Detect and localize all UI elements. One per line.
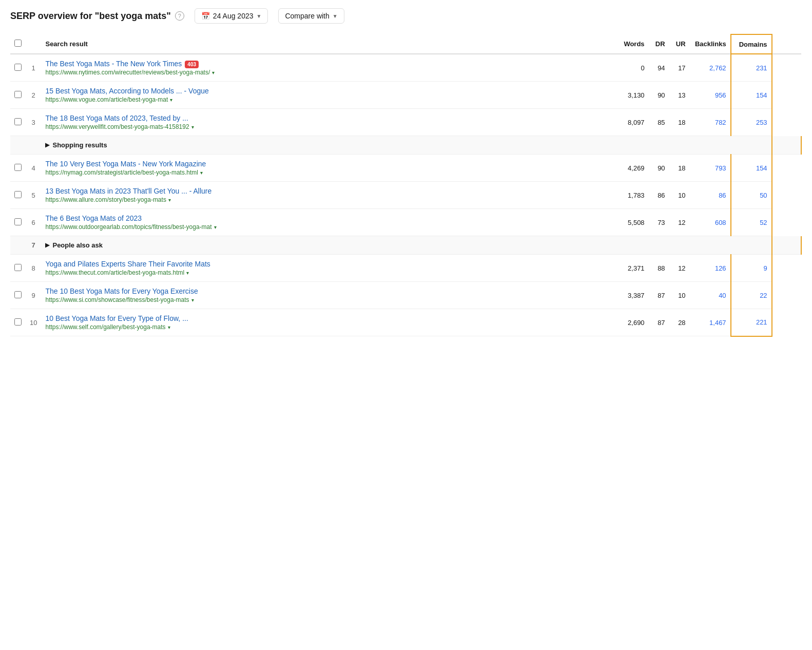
expand-arrow-icon: ▶ (45, 142, 49, 148)
url-expand-icon[interactable]: ▾ (214, 224, 217, 230)
result-title-link[interactable]: The 10 Best Yoga Mats for Every Yoga Exe… (45, 287, 608, 295)
special-label-cell[interactable]: ▶ Shopping results (41, 136, 771, 155)
table-row: 3The 18 Best Yoga Mats of 2023, Tested b… (10, 109, 801, 136)
dr-cell: 85 (649, 109, 669, 136)
search-result-cell: The 6 Best Yoga Mats of 2023 https://www… (41, 209, 612, 236)
row-checkbox[interactable] (14, 118, 22, 125)
rank-cell: 5 (26, 182, 41, 209)
rank-header (26, 34, 41, 54)
dr-cell: 88 (649, 255, 669, 282)
domains-cell[interactable]: 22 (731, 282, 772, 309)
result-title-link[interactable]: 13 Best Yoga Mats in 2023 That'll Get Yo… (45, 187, 608, 195)
backlinks-cell[interactable]: 1,467 (690, 309, 731, 336)
domains-cell-special (772, 136, 801, 155)
backlinks-cell[interactable]: 126 (690, 255, 731, 282)
backlinks-cell[interactable]: 608 (690, 209, 731, 236)
url-expand-icon[interactable]: ▾ (168, 324, 170, 330)
date-picker-button[interactable]: 📅 24 Aug 2023 ▼ (195, 8, 268, 24)
domains-cell[interactable]: 253 (731, 109, 772, 136)
special-rank-cell (26, 136, 41, 155)
backlinks-cell[interactable]: 782 (690, 109, 731, 136)
result-url: https://www.self.com/gallery/best-yoga-m… (45, 323, 608, 331)
ur-cell: 18 (669, 155, 690, 182)
url-expand-icon[interactable]: ▾ (212, 70, 215, 75)
result-title-link[interactable]: 15 Best Yoga Mats, According to Models .… (45, 87, 608, 95)
dr-cell: 90 (649, 155, 669, 182)
row-checkbox[interactable] (14, 64, 22, 71)
result-title-link[interactable]: The 18 Best Yoga Mats of 2023, Tested by… (45, 114, 608, 122)
domains-cell[interactable]: 50 (731, 182, 772, 209)
ur-cell: 18 (669, 109, 690, 136)
rank-cell: 8 (26, 255, 41, 282)
domains-cell[interactable]: 154 (731, 155, 772, 182)
serp-table: Search result Words DR UR Backlinks Doma… (10, 34, 802, 337)
backlinks-cell[interactable]: 2,762 (690, 54, 731, 82)
page-header: SERP overview for "best yoga mats" ? 📅 2… (10, 8, 802, 34)
ur-header: UR (669, 34, 690, 54)
rank-cell: 1 (26, 54, 41, 82)
backlinks-cell[interactable]: 40 (690, 282, 731, 309)
words-cell: 2,690 (613, 309, 649, 336)
dr-cell: 86 (649, 182, 669, 209)
table-row: 1010 Best Yoga Mats for Every Type of Fl… (10, 309, 801, 336)
backlinks-cell[interactable]: 86 (690, 182, 731, 209)
result-title-link[interactable]: 10 Best Yoga Mats for Every Type of Flow… (45, 314, 608, 322)
dr-cell: 90 (649, 82, 669, 109)
domains-cell[interactable]: 221 (731, 309, 772, 336)
result-url: https://www.nytimes.com/wirecutter/revie… (45, 69, 608, 76)
result-title-link[interactable]: The 6 Best Yoga Mats of 2023 (45, 214, 608, 222)
domains-cell[interactable]: 52 (731, 209, 772, 236)
table-row: 4The 10 Very Best Yoga Mats - New York M… (10, 155, 801, 182)
row-checkbox[interactable] (14, 191, 22, 198)
words-cell: 3,130 (613, 82, 649, 109)
dr-cell: 73 (649, 209, 669, 236)
table-row: 8Yoga and Pilates Experts Share Their Fa… (10, 255, 801, 282)
dr-cell: 94 (649, 54, 669, 82)
url-expand-icon[interactable]: ▾ (186, 270, 189, 276)
row-checkbox[interactable] (14, 164, 22, 171)
special-row: ▶ Shopping results (10, 136, 801, 155)
table-row: 6The 6 Best Yoga Mats of 2023 https://ww… (10, 209, 801, 236)
domains-cell[interactable]: 9 (731, 255, 772, 282)
domains-cell[interactable]: 154 (731, 82, 772, 109)
ur-cell: 10 (669, 282, 690, 309)
result-url: https://www.vogue.com/article/best-yoga-… (45, 96, 608, 103)
special-rank-cell: 7 (26, 236, 41, 255)
words-cell: 3,387 (613, 282, 649, 309)
search-result-cell: 13 Best Yoga Mats in 2023 That'll Get Yo… (41, 182, 612, 209)
words-cell: 0 (613, 54, 649, 82)
domains-cell[interactable]: 231 (731, 54, 772, 82)
result-title-link[interactable]: The 10 Very Best Yoga Mats - New York Ma… (45, 160, 608, 168)
row-checkbox[interactable] (14, 218, 22, 225)
row-checkbox[interactable] (14, 291, 22, 298)
ur-cell: 10 (669, 182, 690, 209)
dr-header: DR (649, 34, 669, 54)
result-title-link[interactable]: The Best Yoga Mats - The New York Times4… (45, 60, 608, 68)
backlinks-header: Backlinks (690, 34, 731, 54)
result-url: https://www.outdoorgearlab.com/topics/fi… (45, 223, 608, 231)
backlinks-cell[interactable]: 956 (690, 82, 731, 109)
backlinks-cell[interactable]: 793 (690, 155, 731, 182)
row-checkbox[interactable] (14, 318, 22, 326)
ur-cell: 17 (669, 54, 690, 82)
table-row: 1The Best Yoga Mats - The New York Times… (10, 54, 801, 82)
words-cell: 5,508 (613, 209, 649, 236)
help-icon[interactable]: ? (175, 11, 184, 21)
result-url: https://nymag.com/strategist/article/bes… (45, 169, 608, 176)
url-expand-icon[interactable]: ▾ (170, 97, 172, 103)
row-checkbox[interactable] (14, 91, 22, 98)
compare-with-button[interactable]: Compare with ▼ (278, 8, 344, 24)
search-result-cell: The Best Yoga Mats - The New York Times4… (41, 54, 612, 82)
dr-cell: 87 (649, 282, 669, 309)
url-expand-icon[interactable]: ▾ (191, 297, 194, 303)
search-result-cell: The 10 Best Yoga Mats for Every Yoga Exe… (41, 282, 612, 309)
result-title-link[interactable]: Yoga and Pilates Experts Share Their Fav… (45, 260, 608, 268)
search-result-cell: Yoga and Pilates Experts Share Their Fav… (41, 255, 612, 282)
select-all-checkbox[interactable] (14, 40, 22, 47)
row-checkbox[interactable] (14, 264, 22, 271)
url-expand-icon[interactable]: ▾ (200, 170, 203, 176)
special-label-cell[interactable]: ▶ People also ask (41, 236, 771, 255)
dr-cell: 87 (649, 309, 669, 336)
url-expand-icon[interactable]: ▾ (191, 124, 194, 130)
url-expand-icon[interactable]: ▾ (168, 197, 171, 203)
